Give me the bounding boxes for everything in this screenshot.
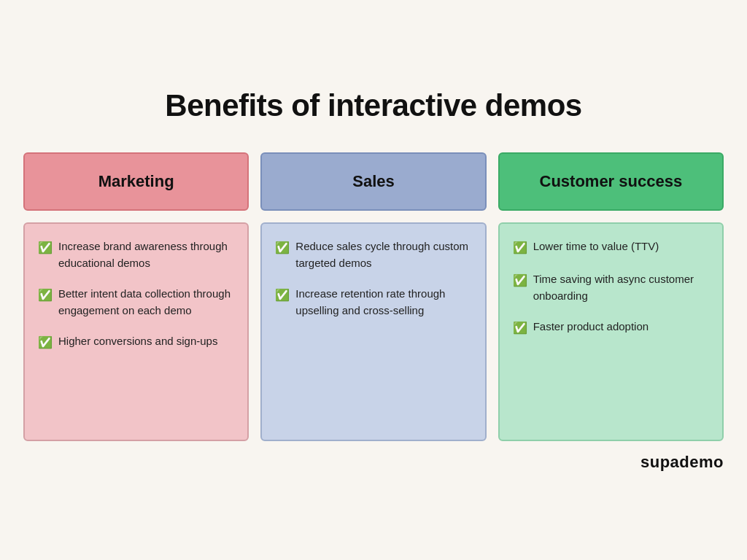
- branding-logo: supademo: [640, 453, 724, 472]
- check-icon: ✅: [38, 334, 53, 351]
- check-icon: ✅: [513, 272, 527, 289]
- check-icon: ✅: [513, 239, 527, 257]
- sales-header-label: Sales: [352, 172, 395, 191]
- benefit-text: Better intent data collection through en…: [58, 286, 234, 319]
- page-container: Benefits of interactive demos Marketing …: [23, 88, 724, 472]
- sales-body: ✅ Reduce sales cycle through custom targ…: [260, 222, 486, 441]
- check-icon: ✅: [275, 239, 290, 257]
- marketing-header: Marketing: [23, 152, 249, 211]
- benefit-text: Higher conversions and sign-ups: [58, 333, 217, 350]
- check-icon: ✅: [275, 287, 290, 304]
- customer-success-body: ✅ Lower time to value (TTV) ✅ Time savin…: [498, 222, 724, 441]
- benefit-text: Faster product adoption: [533, 319, 649, 335]
- list-item: ✅ Better intent data collection through …: [38, 286, 234, 319]
- marketing-header-label: Marketing: [98, 172, 174, 191]
- list-item: ✅ Time saving with async customer onboar…: [513, 271, 709, 304]
- check-icon: ✅: [38, 287, 53, 304]
- marketing-body: ✅ Increase brand awareness through educa…: [23, 222, 249, 441]
- page-title: Benefits of interactive demos: [165, 88, 581, 123]
- sales-header: Sales: [260, 152, 486, 211]
- customer-success-header-label: Customer success: [540, 172, 683, 191]
- list-item: ✅ Increase brand awareness through educa…: [38, 238, 234, 271]
- list-item: ✅ Higher conversions and sign-ups: [38, 333, 234, 351]
- check-icon: ✅: [513, 319, 527, 337]
- benefit-text: Time saving with async customer onboardi…: [533, 271, 709, 304]
- customer-success-header: Customer success: [498, 152, 724, 211]
- check-icon: ✅: [38, 239, 53, 257]
- list-item: ✅ Increase retention rate through upsell…: [275, 286, 471, 319]
- list-item: ✅ Faster product adoption: [513, 319, 709, 337]
- list-item: ✅ Lower time to value (TTV): [513, 238, 709, 257]
- benefit-text: Lower time to value (TTV): [533, 238, 659, 255]
- list-item: ✅ Reduce sales cycle through custom targ…: [275, 238, 471, 271]
- benefit-text: Increase retention rate through upsellin…: [295, 286, 471, 319]
- benefit-text: Reduce sales cycle through custom target…: [295, 238, 471, 271]
- benefit-text: Increase brand awareness through educati…: [58, 238, 234, 271]
- benefits-grid: Marketing Sales Customer success ✅ Incre…: [23, 152, 724, 441]
